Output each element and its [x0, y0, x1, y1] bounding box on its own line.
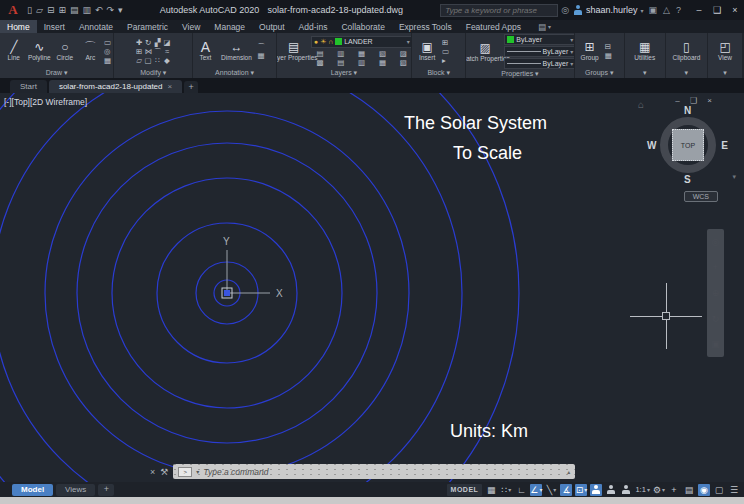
- model-space-button[interactable]: MODEL: [447, 484, 483, 496]
- panel-label-layers[interactable]: Layers ▾: [277, 68, 411, 78]
- help-search-input[interactable]: [440, 4, 558, 17]
- linetype-dropdown[interactable]: ByLayer ▾: [504, 58, 574, 69]
- polar-tracking-icon[interactable]: ∠▾: [530, 484, 542, 496]
- layout-tab-views[interactable]: Views: [56, 484, 95, 496]
- group-tool[interactable]: ⊞ Group: [577, 41, 603, 61]
- viewcube-west[interactable]: W: [647, 140, 656, 151]
- print-icon[interactable]: ▥: [82, 5, 91, 15]
- explode-icon[interactable]: ◆: [163, 56, 170, 65]
- drawing-canvas[interactable]: Y X [-][Top][2D Wireframe] – ❑ × The Sol…: [0, 93, 744, 482]
- array-icon[interactable]: ∷: [154, 56, 162, 65]
- panel-label-annotation[interactable]: Annotation ▾: [193, 68, 275, 78]
- leader-icon[interactable]: ⌒: [257, 42, 265, 51]
- viewcube[interactable]: ⌂ N S W E TOP ▾: [650, 107, 726, 183]
- offset-icon[interactable]: ≈: [163, 47, 170, 56]
- viewport-controls[interactable]: [-][Top][2D Wireframe]: [4, 97, 87, 107]
- close-button[interactable]: ×: [726, 5, 744, 15]
- viewcube-top-face[interactable]: TOP: [672, 129, 704, 161]
- ribbon-tab-addins[interactable]: Add-ins: [292, 20, 335, 33]
- layer-tool-icon[interactable]: ▨: [394, 49, 412, 58]
- copy-icon[interactable]: ⊞: [136, 47, 142, 56]
- layer-tool-icon[interactable]: ▤: [311, 49, 330, 58]
- circle-tool[interactable]: ○ Circle: [53, 41, 77, 61]
- layer-tool-icon[interactable]: ▥: [331, 49, 350, 58]
- ribbon-display-dropdown-icon[interactable]: ▾: [548, 23, 551, 30]
- help-icon[interactable]: ?: [676, 5, 681, 15]
- viewcube-home-icon[interactable]: ⌂: [638, 99, 644, 110]
- panel-label-view[interactable]: ▾: [708, 68, 742, 78]
- match-properties-tool[interactable]: ▨ Match Properties: [468, 42, 502, 62]
- clean-screen-icon[interactable]: ▢: [713, 484, 725, 496]
- create-block-icon[interactable]: ⊞: [442, 38, 449, 47]
- rectangle-icon[interactable]: ▭: [104, 38, 111, 47]
- layer-tool-icon[interactable]: ▦: [352, 49, 371, 58]
- layout-tab-add-button[interactable]: +: [98, 484, 114, 496]
- snap-toggle-icon[interactable]: ∷▾: [500, 484, 512, 496]
- tab-close-icon[interactable]: ×: [168, 82, 173, 91]
- ungroup-icon[interactable]: ⊟: [605, 42, 612, 51]
- tab-document[interactable]: solar-from-acad2-18-updated ×: [49, 80, 182, 93]
- scale-icon[interactable]: ▢: [144, 56, 152, 65]
- annotation-monitor-icon[interactable]: +: [668, 484, 680, 496]
- layer-dropdown[interactable]: ● ☀ ∩ LANDER ▾: [311, 36, 412, 48]
- command-close-icon[interactable]: ×: [150, 467, 155, 477]
- object-snap-icon[interactable]: ⊡▾: [575, 484, 587, 496]
- ribbon-tab-annotate[interactable]: Annotate: [72, 20, 120, 33]
- ribbon-tab-insert[interactable]: Insert: [37, 20, 72, 33]
- nav-wheel-icon[interactable]: ◎: [712, 237, 720, 247]
- ribbon-tab-manage[interactable]: Manage: [207, 20, 252, 33]
- command-customize-icon[interactable]: ⚒: [160, 467, 168, 477]
- ribbon-tab-express-tools[interactable]: Express Tools: [392, 20, 459, 33]
- panel-label-modify[interactable]: Modify ▾: [114, 68, 192, 78]
- command-expand-icon[interactable]: ▴: [567, 468, 570, 475]
- layer-tool-icon[interactable]: ▩: [311, 58, 330, 67]
- new-tab-button[interactable]: +: [184, 81, 198, 93]
- hatch-icon[interactable]: ▦: [104, 56, 111, 65]
- document-window-controls[interactable]: – ❑ ×: [675, 96, 716, 105]
- fillet-icon[interactable]: ⌒: [154, 47, 162, 56]
- ribbon-tab-featured-apps[interactable]: Featured Apps: [459, 20, 528, 33]
- signin-user[interactable]: shaan.hurley ▾: [574, 5, 644, 15]
- lineweight-dropdown[interactable]: ByLayer ▾: [504, 46, 574, 57]
- edit-block-icon[interactable]: ▭: [442, 47, 449, 56]
- annotation-visibility-icon[interactable]: [590, 484, 602, 496]
- polyline-tool[interactable]: ∿ Polyline: [28, 41, 52, 61]
- ribbon-tab-output[interactable]: Output: [252, 20, 292, 33]
- arc-tool[interactable]: ⌒ Arc: [79, 41, 103, 61]
- command-history-icon[interactable]: ▾: [196, 468, 199, 475]
- block-attributes-icon[interactable]: ▸: [442, 56, 449, 65]
- minimize-button[interactable]: –: [690, 5, 708, 15]
- ribbon-tab-view[interactable]: View: [175, 20, 207, 33]
- quick-properties-icon[interactable]: ▤: [683, 484, 695, 496]
- autodesk-apps-icon[interactable]: △: [663, 5, 670, 15]
- panel-label-properties[interactable]: Properties ▾: [466, 69, 573, 78]
- orbit-circle[interactable]: [0, 93, 519, 482]
- command-prompt-icon[interactable]: >: [178, 467, 192, 477]
- layer-tool-icon[interactable]: ▦: [373, 58, 392, 67]
- line-tool[interactable]: ╱ Line: [2, 41, 26, 61]
- workspace-switch-icon[interactable]: ⚙▾: [653, 484, 665, 496]
- grid-toggle-icon[interactable]: ▦: [485, 484, 497, 496]
- viewcube-east[interactable]: E: [721, 140, 728, 151]
- plot-icon[interactable]: ▤: [70, 5, 79, 15]
- layer-tool-icon[interactable]: ▤: [331, 58, 350, 67]
- tab-start[interactable]: Start: [10, 80, 47, 93]
- annotation-autoscale-icon[interactable]: [605, 484, 617, 496]
- nav-motion-icon[interactable]: ▣: [711, 339, 720, 349]
- erase-icon[interactable]: ◪: [163, 38, 170, 47]
- layer-tool-icon[interactable]: ▧: [373, 49, 392, 58]
- viewcube-menu-icon[interactable]: ▾: [732, 173, 736, 181]
- group-edit-icon[interactable]: ▦: [605, 51, 612, 60]
- app-store-cart-icon[interactable]: ▣: [649, 5, 658, 15]
- text-tool[interactable]: A Text: [195, 41, 215, 61]
- save-icon[interactable]: ⊟: [47, 5, 55, 15]
- nav-orbit-icon[interactable]: ↻: [712, 314, 720, 324]
- user-dropdown-icon[interactable]: ▾: [641, 7, 644, 14]
- dimension-tool[interactable]: ↔ Dimension: [217, 41, 255, 61]
- app-logo-icon[interactable]: A: [3, 2, 23, 18]
- ribbon-tab-parametric[interactable]: Parametric: [120, 20, 175, 33]
- utilities-tool[interactable]: ▦ Utilities: [627, 41, 663, 61]
- annotation-scale-person-icon[interactable]: [620, 484, 632, 496]
- panel-label-utilities[interactable]: ▾: [625, 68, 665, 78]
- saveas-icon[interactable]: ⊞: [58, 5, 66, 15]
